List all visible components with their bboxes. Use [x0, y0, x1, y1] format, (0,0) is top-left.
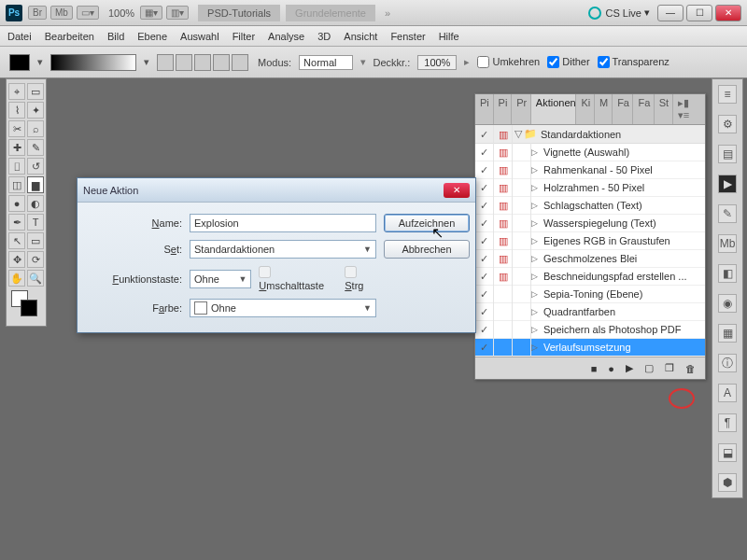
color-panel-icon[interactable]: ◉ — [718, 294, 737, 313]
shape-tool[interactable]: ▭ — [27, 232, 44, 249]
gradient-angle[interactable] — [194, 54, 211, 71]
transparenz-check[interactable]: Transparenz — [598, 56, 669, 69]
action-row[interactable]: ✓▥▷Rahmenkanal - 50 Pixel — [475, 161, 705, 179]
fkey-select[interactable]: Ohne▼ — [190, 270, 251, 288]
cs-live-button[interactable]: CS Live▾ — [588, 7, 650, 20]
gradient-tool[interactable]: ▆ — [27, 176, 44, 193]
gradient-diamond[interactable] — [232, 54, 248, 71]
info-panel-icon[interactable]: ⓘ — [718, 354, 737, 372]
arrange-button[interactable]: ▦▾ — [140, 6, 162, 20]
play-icon[interactable]: ▶ — [626, 362, 633, 374]
umkehren-check[interactable]: Umkehren — [477, 56, 540, 69]
action-row[interactable]: ✓▥▷Geschmolzenes Blei — [475, 250, 705, 268]
pen-tool[interactable]: ✒ — [8, 214, 25, 231]
gradient-picker[interactable] — [50, 54, 136, 71]
workspace-tab-psd[interactable]: PSD-Tutorials — [198, 5, 280, 21]
stop-recording-icon[interactable]: ■ — [591, 363, 598, 374]
menu-3d[interactable]: 3D — [317, 31, 331, 42]
menu-filter[interactable]: Filter — [233, 31, 255, 42]
workspace-tab-grund[interactable]: Grundelemente — [286, 5, 375, 21]
panel-tab-7[interactable]: Fa — [633, 94, 654, 124]
camera-tool[interactable]: ⟳ — [27, 251, 44, 268]
nav-panel-icon[interactable]: ▦ — [718, 324, 737, 343]
workspace-more-icon[interactable]: » — [385, 7, 390, 19]
deckkr-input[interactable]: 100% — [417, 55, 457, 70]
dialog-close-button[interactable]: ✕ — [444, 183, 470, 198]
panel-tab-5[interactable]: M — [595, 94, 613, 124]
zoom-level[interactable]: 100% — [108, 7, 134, 19]
maximize-button[interactable]: ☐ — [686, 5, 712, 21]
eyedropper-tool[interactable]: ⌕ — [27, 120, 44, 137]
lasso-tool[interactable]: ⌇ — [8, 102, 25, 119]
panel-tab-2[interactable]: Pr — [512, 94, 531, 124]
adjust-panel-icon[interactable]: ⚙ — [718, 115, 737, 133]
dodge-tool[interactable]: ◐ — [27, 195, 44, 212]
layers-panel-icon[interactable]: ▤ — [718, 145, 737, 163]
type-tool[interactable]: T — [27, 214, 44, 231]
brush-tool[interactable]: ✎ — [27, 139, 44, 156]
dither-check[interactable]: Dither — [547, 56, 589, 69]
action-row[interactable]: ✓▥▷Holzrahmen - 50 Pixel — [475, 179, 705, 197]
action-row[interactable]: ✓▷Verlaufsumsetzung — [475, 339, 705, 357]
swatches-panel-icon[interactable]: ◧ — [718, 264, 737, 283]
menu-ansicht[interactable]: Ansicht — [344, 31, 377, 42]
history-brush-tool[interactable]: ↺ — [27, 158, 44, 175]
char-panel-icon[interactable]: A — [718, 384, 737, 402]
modus-select[interactable]: Normal — [299, 55, 352, 70]
heal-tool[interactable]: ✚ — [8, 139, 25, 156]
menu-bearbeiten[interactable]: Bearbeiten — [45, 31, 94, 42]
action-row[interactable]: ✓▷Sepia-Toning (Ebene) — [475, 286, 705, 303]
panel-tab-6[interactable]: Fa — [613, 94, 633, 124]
minibridge-button[interactable]: Mb — [50, 6, 73, 20]
new-action-icon[interactable]: ❐ — [665, 362, 674, 374]
path-tool[interactable]: ↖ — [8, 232, 25, 249]
menu-datei[interactable]: Datei — [7, 31, 32, 42]
bridge-button[interactable]: Br — [28, 6, 47, 20]
brush-panel-icon[interactable]: ✎ — [718, 204, 737, 223]
gradient-tool-preset[interactable] — [9, 54, 30, 71]
stamp-tool[interactable]: ⌷ — [8, 158, 25, 175]
action-row[interactable]: ✓▥▷Schlagschatten (Text) — [475, 197, 705, 215]
background-color[interactable] — [21, 300, 37, 316]
para-panel-icon[interactable]: ¶ — [718, 413, 737, 432]
panel-tab-1[interactable]: Pi — [494, 94, 513, 124]
panel-tab-8[interactable]: St — [655, 94, 673, 124]
menu-fenster[interactable]: Fenster — [390, 31, 425, 42]
menu-bild[interactable]: Bild — [107, 31, 124, 42]
action-row[interactable]: ✓▥▷Wasserspiegelung (Text) — [475, 215, 705, 232]
action-row[interactable]: ✓▥▷Beschneidungspfad erstellen ... — [475, 268, 705, 286]
styles-panel-icon[interactable]: ⬓ — [718, 443, 737, 462]
history-panel-icon[interactable]: ≡ — [718, 85, 737, 104]
menu-analyse[interactable]: Analyse — [268, 31, 304, 42]
action-row[interactable]: ✓▷Quadrantfarben — [475, 303, 705, 321]
mb-panel-icon[interactable]: Mb — [718, 234, 737, 253]
name-input[interactable] — [190, 214, 376, 232]
action-row[interactable]: ✓▷Speichern als Photoshop PDF — [475, 321, 705, 339]
action-row[interactable]: ✓▥▷Eigenes RGB in Graustufen — [475, 232, 705, 250]
menu-ebene[interactable]: Ebene — [137, 31, 167, 42]
delete-icon[interactable]: 🗑 — [685, 363, 696, 374]
record-icon[interactable]: ● — [608, 363, 614, 374]
panel-menu-icon[interactable]: ▸▮ ▾≡ — [673, 94, 705, 124]
panel-tab-4[interactable]: Ki — [576, 94, 595, 124]
wand-tool[interactable]: ✦ — [27, 102, 44, 119]
color-swatches[interactable] — [8, 290, 44, 322]
actions-folder-row[interactable]: ✓▥ ▽📁 Standardaktionen — [475, 125, 705, 144]
action-row[interactable]: ✓▥▷Vignette (Auswahl) — [475, 144, 705, 161]
crop-tool[interactable]: ✂ — [8, 120, 25, 137]
record-button[interactable]: Aufzeichnen — [384, 214, 470, 232]
hand-tool[interactable]: ✋ — [8, 270, 25, 287]
3d-tool[interactable]: ✥ — [8, 251, 25, 268]
cancel-button[interactable]: Abbrechen — [384, 240, 470, 259]
new-set-icon[interactable]: ▢ — [644, 362, 654, 374]
gradient-linear[interactable] — [157, 54, 174, 71]
3d-panel-icon[interactable]: ⬢ — [718, 473, 737, 492]
move-tool[interactable]: ⌖ — [8, 83, 25, 100]
extras-button[interactable]: ▥▾ — [166, 6, 189, 20]
eraser-tool[interactable]: ◫ — [8, 176, 25, 193]
gradient-reflected[interactable] — [213, 54, 230, 71]
panel-tab-aktionen[interactable]: Aktionen — [531, 94, 577, 124]
zoom-tool[interactable]: 🔍 — [27, 270, 44, 287]
gradient-radial[interactable] — [176, 54, 192, 71]
menu-hilfe[interactable]: Hilfe — [439, 31, 459, 42]
